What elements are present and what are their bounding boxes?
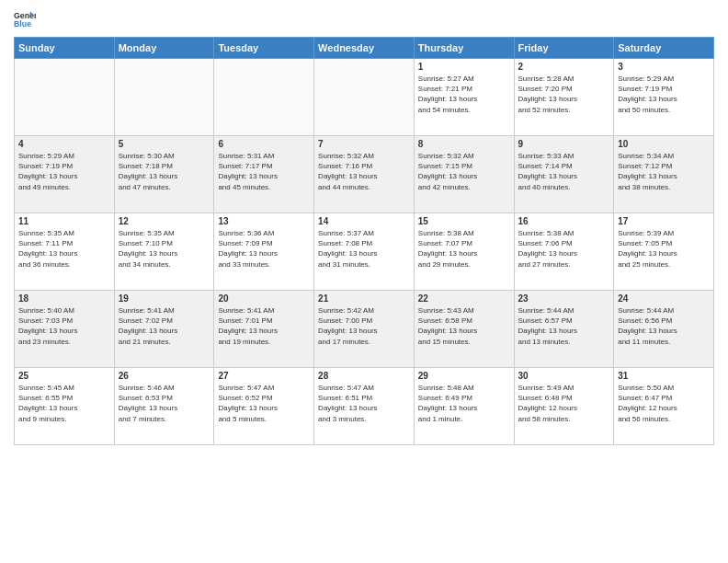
logo: General Blue	[14, 9, 40, 31]
calendar-cell: 21Sunrise: 5:42 AM Sunset: 7:00 PM Dayli…	[314, 291, 415, 368]
day-number: 30	[518, 371, 610, 381]
page: General Blue SundayMondayTuesdayWednesda…	[0, 0, 728, 563]
calendar-cell: 18Sunrise: 5:40 AM Sunset: 7:03 PM Dayli…	[15, 291, 115, 368]
calendar-cell: 25Sunrise: 5:45 AM Sunset: 6:55 PM Dayli…	[15, 368, 115, 445]
day-number: 24	[618, 293, 710, 304]
day-number: 15	[418, 216, 510, 226]
day-number: 1	[418, 62, 510, 72]
day-info: Sunrise: 5:42 AM Sunset: 7:00 PM Dayligh…	[318, 305, 410, 347]
calendar-cell: 27Sunrise: 5:47 AM Sunset: 6:52 PM Dayli…	[214, 368, 314, 445]
day-number: 19	[119, 293, 210, 304]
calendar-cell: 7Sunrise: 5:32 AM Sunset: 7:16 PM Daylig…	[314, 136, 415, 213]
day-number: 16	[518, 216, 610, 226]
day-info: Sunrise: 5:49 AM Sunset: 6:48 PM Dayligh…	[518, 383, 610, 424]
calendar-cell: 22Sunrise: 5:43 AM Sunset: 6:58 PM Dayli…	[414, 291, 514, 368]
calendar-cell: 12Sunrise: 5:35 AM Sunset: 7:10 PM Dayli…	[114, 213, 214, 291]
day-info: Sunrise: 5:46 AM Sunset: 6:53 PM Dayligh…	[119, 383, 210, 424]
calendar-cell: 31Sunrise: 5:50 AM Sunset: 6:47 PM Dayli…	[614, 368, 714, 445]
calendar-cell	[214, 59, 314, 136]
calendar-cell: 3Sunrise: 5:29 AM Sunset: 7:19 PM Daylig…	[614, 59, 714, 136]
calendar-cell: 5Sunrise: 5:30 AM Sunset: 7:18 PM Daylig…	[114, 136, 214, 213]
day-number: 6	[218, 139, 310, 149]
day-number: 18	[18, 293, 110, 304]
calendar-cell: 8Sunrise: 5:32 AM Sunset: 7:15 PM Daylig…	[414, 136, 514, 213]
day-info: Sunrise: 5:35 AM Sunset: 7:11 PM Dayligh…	[18, 228, 110, 270]
day-info: Sunrise: 5:45 AM Sunset: 6:55 PM Dayligh…	[18, 383, 110, 424]
day-info: Sunrise: 5:36 AM Sunset: 7:09 PM Dayligh…	[218, 228, 310, 270]
calendar-cell: 14Sunrise: 5:37 AM Sunset: 7:08 PM Dayli…	[314, 213, 415, 291]
weekday-header-thursday: Thursday	[414, 38, 514, 59]
logo-icon: General Blue	[14, 9, 36, 31]
day-info: Sunrise: 5:38 AM Sunset: 7:07 PM Dayligh…	[418, 228, 510, 270]
day-number: 14	[318, 216, 410, 226]
calendar-cell: 15Sunrise: 5:38 AM Sunset: 7:07 PM Dayli…	[414, 213, 514, 291]
weekday-header-wednesday: Wednesday	[314, 38, 415, 59]
calendar-week-3: 11Sunrise: 5:35 AM Sunset: 7:11 PM Dayli…	[15, 213, 714, 291]
day-number: 31	[618, 371, 710, 381]
calendar-cell: 9Sunrise: 5:33 AM Sunset: 7:14 PM Daylig…	[514, 136, 614, 213]
day-info: Sunrise: 5:35 AM Sunset: 7:10 PM Dayligh…	[119, 228, 210, 270]
day-info: Sunrise: 5:30 AM Sunset: 7:18 PM Dayligh…	[119, 151, 210, 192]
day-number: 21	[318, 293, 410, 304]
calendar-cell: 19Sunrise: 5:41 AM Sunset: 7:02 PM Dayli…	[114, 291, 214, 368]
calendar-cell: 1Sunrise: 5:27 AM Sunset: 7:21 PM Daylig…	[414, 59, 514, 136]
day-number: 10	[618, 139, 710, 149]
calendar-cell: 28Sunrise: 5:47 AM Sunset: 6:51 PM Dayli…	[314, 368, 415, 445]
calendar-cell: 29Sunrise: 5:48 AM Sunset: 6:49 PM Dayli…	[414, 368, 514, 445]
calendar-cell: 6Sunrise: 5:31 AM Sunset: 7:17 PM Daylig…	[214, 136, 314, 213]
day-number: 17	[618, 216, 710, 226]
day-number: 4	[18, 139, 110, 149]
day-info: Sunrise: 5:47 AM Sunset: 6:51 PM Dayligh…	[318, 383, 410, 424]
calendar-cell: 30Sunrise: 5:49 AM Sunset: 6:48 PM Dayli…	[514, 368, 614, 445]
weekday-header-monday: Monday	[114, 38, 214, 59]
day-number: 3	[618, 62, 710, 72]
day-info: Sunrise: 5:34 AM Sunset: 7:12 PM Dayligh…	[618, 151, 710, 192]
calendar-cell	[314, 59, 415, 136]
day-number: 8	[418, 139, 510, 149]
day-number: 9	[518, 139, 610, 149]
calendar-week-1: 1Sunrise: 5:27 AM Sunset: 7:21 PM Daylig…	[15, 59, 714, 136]
day-info: Sunrise: 5:43 AM Sunset: 6:58 PM Dayligh…	[418, 305, 510, 347]
day-number: 20	[218, 293, 310, 304]
day-info: Sunrise: 5:47 AM Sunset: 6:52 PM Dayligh…	[218, 383, 310, 424]
day-number: 27	[218, 371, 310, 381]
day-info: Sunrise: 5:29 AM Sunset: 7:19 PM Dayligh…	[618, 74, 710, 115]
day-info: Sunrise: 5:33 AM Sunset: 7:14 PM Dayligh…	[518, 151, 610, 192]
calendar-week-4: 18Sunrise: 5:40 AM Sunset: 7:03 PM Dayli…	[15, 291, 714, 368]
day-info: Sunrise: 5:32 AM Sunset: 7:16 PM Dayligh…	[318, 151, 410, 192]
day-info: Sunrise: 5:31 AM Sunset: 7:17 PM Dayligh…	[218, 151, 310, 192]
day-info: Sunrise: 5:40 AM Sunset: 7:03 PM Dayligh…	[18, 305, 110, 347]
weekday-header-saturday: Saturday	[614, 38, 714, 59]
day-info: Sunrise: 5:37 AM Sunset: 7:08 PM Dayligh…	[318, 228, 410, 270]
day-number: 23	[518, 293, 610, 304]
calendar-cell	[15, 59, 115, 136]
calendar-table: SundayMondayTuesdayWednesdayThursdayFrid…	[14, 37, 714, 445]
day-number: 12	[119, 216, 210, 226]
day-number: 13	[218, 216, 310, 226]
day-info: Sunrise: 5:50 AM Sunset: 6:47 PM Dayligh…	[618, 383, 710, 424]
day-number: 26	[119, 371, 210, 381]
calendar-cell	[114, 59, 214, 136]
calendar-cell: 24Sunrise: 5:44 AM Sunset: 6:56 PM Dayli…	[614, 291, 714, 368]
day-info: Sunrise: 5:39 AM Sunset: 7:05 PM Dayligh…	[618, 228, 710, 270]
day-info: Sunrise: 5:48 AM Sunset: 6:49 PM Dayligh…	[418, 383, 510, 424]
calendar-week-5: 25Sunrise: 5:45 AM Sunset: 6:55 PM Dayli…	[15, 368, 714, 445]
day-info: Sunrise: 5:41 AM Sunset: 7:01 PM Dayligh…	[218, 305, 310, 347]
day-number: 22	[418, 293, 510, 304]
day-info: Sunrise: 5:44 AM Sunset: 6:57 PM Dayligh…	[518, 305, 610, 347]
svg-text:Blue: Blue	[14, 19, 31, 29]
day-number: 5	[119, 139, 210, 149]
calendar-cell: 4Sunrise: 5:29 AM Sunset: 7:19 PM Daylig…	[15, 136, 115, 213]
calendar-cell: 16Sunrise: 5:38 AM Sunset: 7:06 PM Dayli…	[514, 213, 614, 291]
day-number: 2	[518, 62, 610, 72]
day-info: Sunrise: 5:32 AM Sunset: 7:15 PM Dayligh…	[418, 151, 510, 192]
day-info: Sunrise: 5:27 AM Sunset: 7:21 PM Dayligh…	[418, 74, 510, 115]
calendar-cell: 13Sunrise: 5:36 AM Sunset: 7:09 PM Dayli…	[214, 213, 314, 291]
day-number: 28	[318, 371, 410, 381]
weekday-header-sunday: Sunday	[15, 38, 115, 59]
calendar-cell: 17Sunrise: 5:39 AM Sunset: 7:05 PM Dayli…	[614, 213, 714, 291]
header: General Blue	[14, 9, 714, 31]
calendar-cell: 26Sunrise: 5:46 AM Sunset: 6:53 PM Dayli…	[114, 368, 214, 445]
calendar-cell: 10Sunrise: 5:34 AM Sunset: 7:12 PM Dayli…	[614, 136, 714, 213]
weekday-header-row: SundayMondayTuesdayWednesdayThursdayFrid…	[15, 38, 714, 59]
